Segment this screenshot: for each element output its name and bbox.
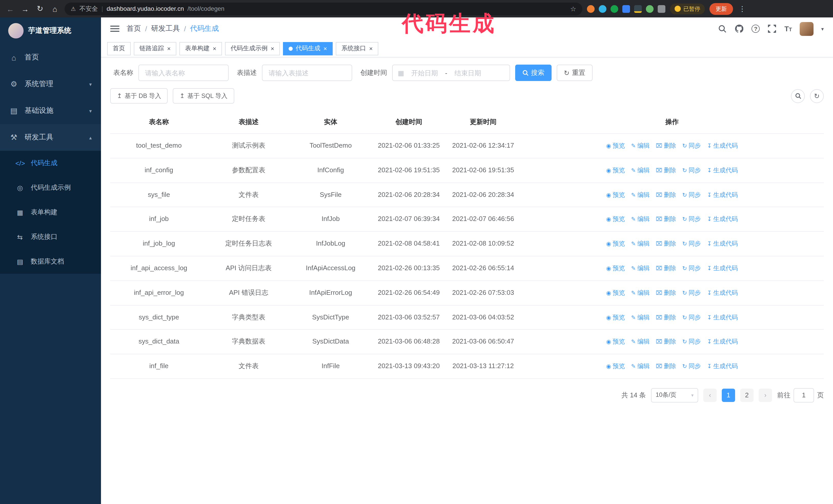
reset-button[interactable]: ↻ 重置 bbox=[557, 65, 593, 81]
delete-link[interactable]: ⌧删除 bbox=[656, 314, 676, 321]
edit-link[interactable]: ✎编辑 bbox=[631, 216, 649, 223]
tab-tracing[interactable]: 链路追踪× bbox=[134, 42, 176, 55]
generate-code-link[interactable]: ↧生成代码 bbox=[707, 142, 738, 149]
page-button-1[interactable]: 1 bbox=[722, 389, 735, 402]
next-page-button[interactable]: › bbox=[759, 389, 772, 402]
date-start-input[interactable] bbox=[407, 69, 442, 77]
generate-code-link[interactable]: ↧生成代码 bbox=[707, 191, 738, 198]
sidebar-item-infra[interactable]: ▤ 基础设施 ▾ bbox=[0, 97, 101, 124]
date-end-input[interactable] bbox=[450, 69, 485, 77]
sync-link[interactable]: ↻同步 bbox=[682, 289, 701, 296]
refresh-table-button[interactable]: ↻ bbox=[810, 89, 824, 103]
tab-home[interactable]: 首页 bbox=[107, 42, 131, 55]
sidebar-item-system[interactable]: ⚙ 系统管理 ▾ bbox=[0, 71, 101, 97]
generate-code-link[interactable]: ↧生成代码 bbox=[707, 167, 738, 174]
close-icon[interactable]: × bbox=[271, 45, 274, 51]
extension-icon[interactable] bbox=[587, 5, 595, 13]
edit-link[interactable]: ✎编辑 bbox=[631, 362, 649, 370]
sidebar-item-db-docs[interactable]: ▤ 数据库文档 bbox=[0, 249, 101, 274]
tab-codegen-example[interactable]: 代码生成示例× bbox=[225, 42, 280, 55]
sync-link[interactable]: ↻同步 bbox=[682, 338, 701, 345]
sidebar-item-home[interactable]: ⌂ 首页 bbox=[0, 44, 101, 71]
generate-code-link[interactable]: ↧生成代码 bbox=[707, 216, 738, 223]
preview-link[interactable]: ◉预览 bbox=[606, 338, 625, 345]
generate-code-link[interactable]: ↧生成代码 bbox=[707, 289, 738, 296]
preview-link[interactable]: ◉预览 bbox=[606, 265, 625, 272]
breadcrumb-item[interactable]: 研发工具 bbox=[151, 24, 180, 33]
home-button[interactable]: ⌂ bbox=[50, 4, 60, 13]
date-range-picker[interactable]: ▦ - bbox=[392, 65, 510, 81]
reload-button[interactable]: ↻ bbox=[35, 4, 45, 13]
avatar[interactable] bbox=[800, 22, 813, 35]
edit-link[interactable]: ✎编辑 bbox=[631, 142, 649, 149]
sync-link[interactable]: ↻同步 bbox=[682, 167, 701, 174]
page-button-2[interactable]: 2 bbox=[740, 389, 754, 402]
sync-link[interactable]: ↻同步 bbox=[682, 240, 701, 247]
close-icon[interactable]: × bbox=[369, 45, 373, 51]
sync-link[interactable]: ↻同步 bbox=[682, 191, 701, 198]
sync-link[interactable]: ↻同步 bbox=[682, 362, 701, 370]
tab-form-builder[interactable]: 表单构建× bbox=[180, 42, 222, 55]
preview-link[interactable]: ◉预览 bbox=[606, 314, 625, 321]
delete-link[interactable]: ⌧删除 bbox=[656, 191, 676, 198]
extension-icon[interactable] bbox=[634, 5, 642, 13]
goto-page-input[interactable] bbox=[793, 388, 814, 403]
preview-link[interactable]: ◉预览 bbox=[606, 191, 625, 198]
generate-code-link[interactable]: ↧生成代码 bbox=[707, 240, 738, 247]
forward-button[interactable]: → bbox=[20, 4, 30, 13]
caret-down-icon[interactable]: ▾ bbox=[821, 26, 824, 31]
preview-link[interactable]: ◉预览 bbox=[606, 142, 625, 149]
preview-link[interactable]: ◉预览 bbox=[606, 289, 625, 296]
breadcrumb-item[interactable]: 首页 bbox=[127, 24, 141, 33]
github-icon[interactable] bbox=[735, 24, 744, 33]
generate-code-link[interactable]: ↧生成代码 bbox=[707, 362, 738, 370]
search-icon[interactable] bbox=[718, 24, 727, 33]
page-size-select[interactable]: 10条/页 ▾ bbox=[651, 388, 698, 403]
edit-link[interactable]: ✎编辑 bbox=[631, 289, 649, 296]
delete-link[interactable]: ⌧删除 bbox=[656, 167, 676, 174]
generate-code-link[interactable]: ↧生成代码 bbox=[707, 338, 738, 345]
sidebar-item-devtools[interactable]: ⚒ 研发工具 ▴ bbox=[0, 124, 101, 151]
tab-codegen[interactable]: 代码生成× bbox=[283, 42, 333, 55]
extension-icon[interactable] bbox=[611, 5, 618, 13]
table-name-input[interactable] bbox=[138, 65, 229, 81]
edit-link[interactable]: ✎编辑 bbox=[631, 167, 649, 174]
help-icon[interactable]: ? bbox=[752, 25, 760, 33]
close-icon[interactable]: × bbox=[213, 45, 216, 51]
preview-link[interactable]: ◉预览 bbox=[606, 362, 625, 370]
edit-link[interactable]: ✎编辑 bbox=[631, 338, 649, 345]
profile-paused-badge[interactable]: 已暂停 bbox=[670, 3, 705, 14]
delete-link[interactable]: ⌧删除 bbox=[656, 289, 676, 296]
fullscreen-icon[interactable] bbox=[768, 24, 777, 33]
delete-link[interactable]: ⌧删除 bbox=[656, 142, 676, 149]
tab-system-api[interactable]: 系统接口× bbox=[336, 42, 378, 55]
sync-link[interactable]: ↻同步 bbox=[682, 314, 701, 321]
prev-page-button[interactable]: ‹ bbox=[703, 389, 717, 402]
preview-link[interactable]: ◉预览 bbox=[606, 216, 625, 223]
edit-link[interactable]: ✎编辑 bbox=[631, 314, 649, 321]
sync-link[interactable]: ↻同步 bbox=[682, 216, 701, 223]
import-db-button[interactable]: ↥ 基于 DB 导入 bbox=[110, 88, 168, 103]
extension-icon[interactable] bbox=[646, 5, 653, 13]
delete-link[interactable]: ⌧删除 bbox=[656, 362, 676, 370]
preview-link[interactable]: ◉预览 bbox=[606, 167, 625, 174]
sync-link[interactable]: ↻同步 bbox=[682, 265, 701, 272]
delete-link[interactable]: ⌧删除 bbox=[656, 338, 676, 345]
sidebar-item-form-builder[interactable]: ▦ 表单构建 bbox=[0, 200, 101, 224]
delete-link[interactable]: ⌧删除 bbox=[656, 240, 676, 247]
close-icon[interactable]: × bbox=[167, 45, 171, 51]
close-icon[interactable]: × bbox=[324, 45, 327, 51]
hamburger-icon[interactable] bbox=[110, 26, 119, 32]
generate-code-link[interactable]: ↧生成代码 bbox=[707, 265, 738, 272]
edit-link[interactable]: ✎编辑 bbox=[631, 240, 649, 247]
sync-link[interactable]: ↻同步 bbox=[682, 142, 701, 149]
search-button[interactable]: 搜索 bbox=[515, 65, 552, 81]
bookmark-star-icon[interactable]: ☆ bbox=[570, 5, 576, 13]
delete-link[interactable]: ⌧删除 bbox=[656, 265, 676, 272]
sidebar-item-codegen[interactable]: </> 代码生成 bbox=[0, 151, 101, 175]
toggle-search-button[interactable] bbox=[791, 89, 805, 103]
import-sql-button[interactable]: ↥ 基于 SQL 导入 bbox=[173, 88, 234, 103]
puzzle-extension-icon[interactable] bbox=[658, 5, 665, 13]
sidebar-item-system-api[interactable]: ⇆ 系统接口 bbox=[0, 224, 101, 249]
chrome-menu-icon[interactable]: ⋮ bbox=[738, 5, 747, 13]
